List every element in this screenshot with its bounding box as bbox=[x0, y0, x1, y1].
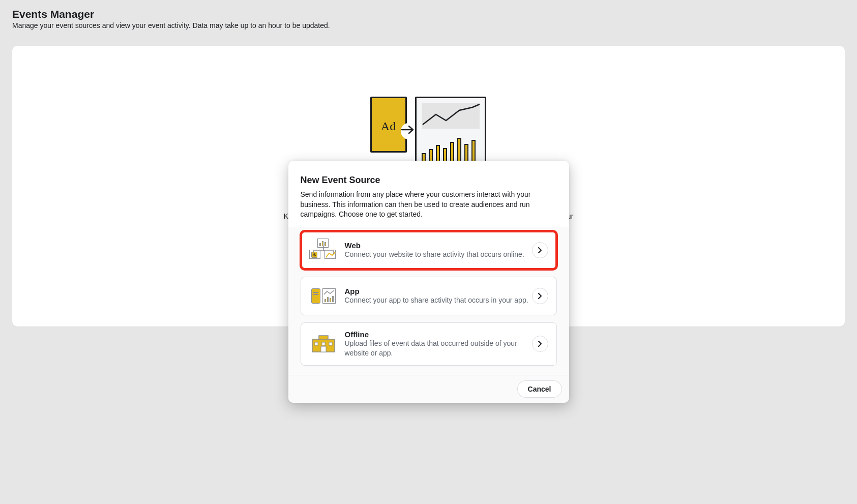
page-title: Events Manager bbox=[12, 8, 845, 20]
svg-rect-2 bbox=[315, 342, 318, 345]
arrow-icon bbox=[401, 123, 416, 139]
offline-icon bbox=[309, 332, 338, 355]
option-offline-title: Offline bbox=[345, 330, 532, 339]
chevron-right-icon bbox=[532, 288, 548, 304]
app-icon bbox=[309, 284, 338, 308]
svg-rect-5 bbox=[321, 346, 326, 352]
option-web-title: Web bbox=[345, 241, 532, 250]
event-source-options: ✻ Web Connect your website to share acti… bbox=[288, 227, 569, 375]
option-app-desc: Connect your app to share activity that … bbox=[345, 295, 532, 305]
option-offline-desc: Upload files of event data that occurred… bbox=[345, 339, 532, 358]
option-offline[interactable]: Offline Upload files of event data that … bbox=[301, 322, 557, 366]
chevron-right-icon bbox=[532, 242, 548, 258]
svg-rect-3 bbox=[322, 342, 325, 345]
svg-rect-4 bbox=[329, 342, 332, 345]
page-header: Events Manager Manage your event sources… bbox=[0, 0, 857, 34]
new-event-source-modal: New Event Source Send information from a… bbox=[288, 161, 569, 403]
modal-description: Send information from any place where yo… bbox=[301, 190, 557, 220]
modal-title: New Event Source bbox=[301, 175, 557, 186]
web-icon: ✻ bbox=[309, 239, 338, 262]
chevron-right-icon bbox=[532, 336, 548, 352]
page-subtitle: Manage your event sources and view your … bbox=[12, 21, 845, 29]
option-app-title: App bbox=[345, 287, 532, 295]
cancel-button[interactable]: Cancel bbox=[517, 380, 562, 398]
modal-footer: Cancel bbox=[288, 375, 569, 403]
option-app[interactable]: App Connect your app to share activity t… bbox=[301, 277, 557, 315]
svg-rect-1 bbox=[319, 336, 328, 340]
option-web-desc: Connect your website to share activity t… bbox=[345, 250, 532, 259]
option-web[interactable]: ✻ Web Connect your website to share acti… bbox=[301, 231, 557, 270]
